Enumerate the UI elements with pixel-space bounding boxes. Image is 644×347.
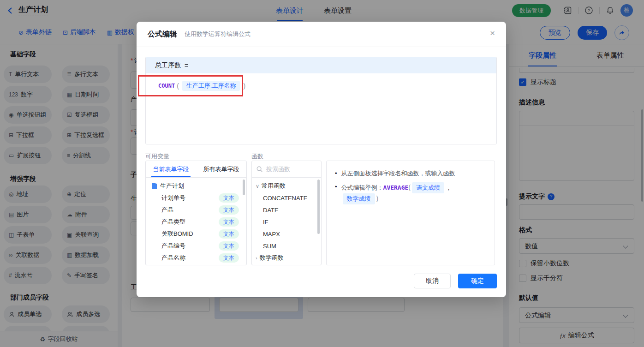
search-icon xyxy=(256,166,262,172)
help-tip: • 从左侧面板选择字段名和函数，或输入函数 xyxy=(335,169,486,178)
var-field-bomid[interactable]: 关联BOMID 文本 xyxy=(146,228,246,240)
var-tree-root[interactable]: 生产计划 xyxy=(146,180,246,192)
field-type-badge: 文本 xyxy=(219,253,239,263)
example-function-name: AVERAGE xyxy=(383,184,409,191)
modal-header: 公式编辑 使用数学运算符编辑公式 × xyxy=(137,22,506,47)
fn-group-text[interactable]: › 文本函数 xyxy=(252,264,321,265)
formula-target-strip: 总工序数 = xyxy=(146,57,496,73)
fn-item-mapx[interactable]: MAPX xyxy=(252,228,321,240)
formula-editor[interactable]: 总工序数 = COUNT ( 生产工序.工序名称 ) xyxy=(145,57,497,144)
available-variables-label: 可用变量 xyxy=(145,152,169,161)
equals-sign: = xyxy=(185,62,188,69)
close-icon[interactable]: × xyxy=(490,29,495,37)
chevron-icon: ∨ xyxy=(256,183,259,189)
fn-group-common[interactable]: ∨ 常用函数 xyxy=(252,180,321,192)
function-search xyxy=(252,161,321,178)
fn-item-concatenate[interactable]: CONCATENATE xyxy=(252,192,321,204)
functions-label: 函数 xyxy=(251,152,263,161)
variables-scrollbar[interactable] xyxy=(243,179,245,195)
var-field-plan-no[interactable]: 计划单号 文本 xyxy=(146,192,246,204)
tab-current-form-fields[interactable]: 当前表单字段 xyxy=(146,161,196,177)
confirm-button[interactable]: 确定 xyxy=(458,274,497,288)
fn-item-date[interactable]: DATE xyxy=(252,204,321,216)
search-input[interactable] xyxy=(265,165,313,173)
field-type-badge: 文本 xyxy=(219,217,239,227)
fn-item-sum[interactable]: SUM xyxy=(252,240,321,252)
formula-edit-modal: 公式编辑 使用数学运算符编辑公式 × 总工序数 = COUNT ( 生产工序.工… xyxy=(137,22,506,297)
help-example: • 公式编辑举例：AVERAGE(语文成绩，数学成绩) xyxy=(335,182,486,204)
chevron-icon: › xyxy=(256,255,257,261)
modal-subtitle: 使用数学运算符编辑公式 xyxy=(185,30,250,38)
formula-target-name: 总工序数 xyxy=(155,61,181,70)
functions-tree: ∨ 常用函数 CONCATENATE DATE IF MAPX SUM xyxy=(252,178,321,265)
modal-footer: 取消 确定 xyxy=(414,274,497,288)
fn-item-if[interactable]: IF xyxy=(252,216,321,228)
functions-scrollbar[interactable] xyxy=(317,179,320,234)
field-type-badge: 文本 xyxy=(219,241,239,251)
cancel-button[interactable]: 取消 xyxy=(414,274,451,288)
example-field-chip: 数学成绩 xyxy=(343,193,375,204)
annotation-highlight-box xyxy=(138,75,243,96)
fn-group-math[interactable]: › 数学函数 xyxy=(252,252,321,264)
var-field-product-name[interactable]: 产品名称 文本 xyxy=(146,252,246,264)
var-field-product-code[interactable]: 产品编号 文本 xyxy=(146,240,246,252)
var-field-product-type[interactable]: 产品类型 文本 xyxy=(146,216,246,228)
functions-box: ∨ 常用函数 CONCATENATE DATE IF MAPX SUM xyxy=(251,161,322,265)
variables-box: 当前表单字段 所有表单字段 生产计划 计划单号 文本 产品 文本 xyxy=(145,161,247,265)
var-field-product[interactable]: 产品 文本 xyxy=(146,204,246,216)
document-icon xyxy=(152,183,157,189)
variables-tree: 生产计划 计划单号 文本 产品 文本 产品类型 文本 关联BOMID xyxy=(146,178,246,264)
example-field-chip: 语文成绩 xyxy=(412,182,444,193)
field-type-badge: 文本 xyxy=(219,229,239,239)
modal-title: 公式编辑 xyxy=(148,30,177,39)
variables-tabs: 当前表单字段 所有表单字段 xyxy=(146,161,246,178)
field-type-badge: 文本 xyxy=(219,193,239,203)
field-type-badge: 文本 xyxy=(219,205,239,215)
formula-help-box: • 从左侧面板选择字段名和函数，或输入函数 • 公式编辑举例：AVERAGE(语… xyxy=(326,161,495,265)
tab-all-form-fields[interactable]: 所有表单字段 xyxy=(196,161,246,177)
